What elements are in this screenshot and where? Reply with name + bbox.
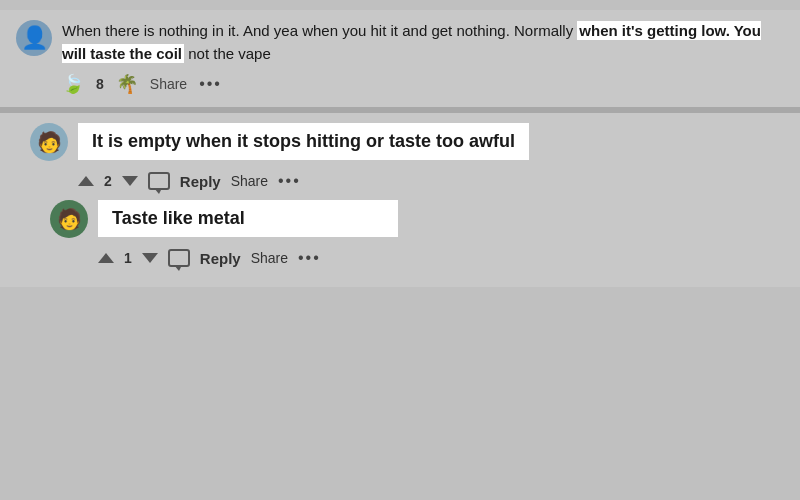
- replies-section: 🧑 It is empty when it stops hitting or t…: [0, 113, 800, 287]
- reply-highlight-text: It is empty when it stops hitting or tas…: [78, 123, 529, 160]
- chat2-icon[interactable]: [168, 249, 190, 267]
- reply-actions: 2 Reply Share •••: [78, 172, 784, 190]
- comment-body: When there is nothing in it. And yea whe…: [62, 20, 784, 95]
- down-arrow-icon[interactable]: [122, 176, 138, 186]
- reply-item: 🧑 It is empty when it stops hitting or t…: [30, 123, 784, 190]
- down-arrow2-icon[interactable]: [142, 253, 158, 263]
- reply-avatar: 🧑: [30, 123, 68, 161]
- share2-button[interactable]: Share: [251, 250, 288, 266]
- reply2-content: Taste like metal 1 Reply Share •••: [98, 200, 784, 267]
- text-before: When there is nothing in it. And yea whe…: [62, 22, 577, 39]
- reply2-avatar-icon: 🧑: [57, 207, 82, 231]
- upvote2-button[interactable]: [98, 253, 114, 263]
- feed-container: 👤 When there is nothing in it. And yea w…: [0, 0, 800, 500]
- up-arrow2-icon: [98, 253, 114, 263]
- more-options[interactable]: •••: [199, 75, 222, 93]
- up-arrow-icon: [78, 176, 94, 186]
- more-options2[interactable]: •••: [298, 249, 321, 267]
- reply-content: It is empty when it stops hitting or tas…: [78, 123, 784, 190]
- comment-text: When there is nothing in it. And yea whe…: [62, 20, 784, 65]
- vote-count: 8: [96, 76, 104, 92]
- reply2-avatar: 🧑: [50, 200, 88, 238]
- reply-vote-count: 2: [104, 173, 112, 189]
- upvote-button[interactable]: [78, 176, 94, 186]
- leaf-icon: 🍃: [62, 73, 84, 95]
- reply-avatar-icon: 🧑: [37, 130, 62, 154]
- comment-actions: 🍃 8 🌴 Share •••: [62, 73, 784, 95]
- top-comment: 👤 When there is nothing in it. And yea w…: [0, 10, 800, 107]
- more-options[interactable]: •••: [278, 172, 301, 190]
- reply2-button[interactable]: Reply: [200, 250, 241, 267]
- chat-icon[interactable]: [148, 172, 170, 190]
- text-after: not the vape: [184, 45, 271, 62]
- avatar-icon: 👤: [21, 25, 48, 51]
- reply2-actions: 1 Reply Share •••: [98, 249, 784, 267]
- share-button[interactable]: Share: [231, 173, 268, 189]
- reply-item-2: 🧑 Taste like metal 1 Reply Share •••: [50, 200, 784, 267]
- share-button[interactable]: Share: [150, 76, 187, 92]
- reply2-highlight-text: Taste like metal: [98, 200, 398, 237]
- avatar: 👤: [16, 20, 52, 56]
- reply2-vote-count: 1: [124, 250, 132, 266]
- palm-icon: 🌴: [116, 73, 138, 95]
- reply-button[interactable]: Reply: [180, 173, 221, 190]
